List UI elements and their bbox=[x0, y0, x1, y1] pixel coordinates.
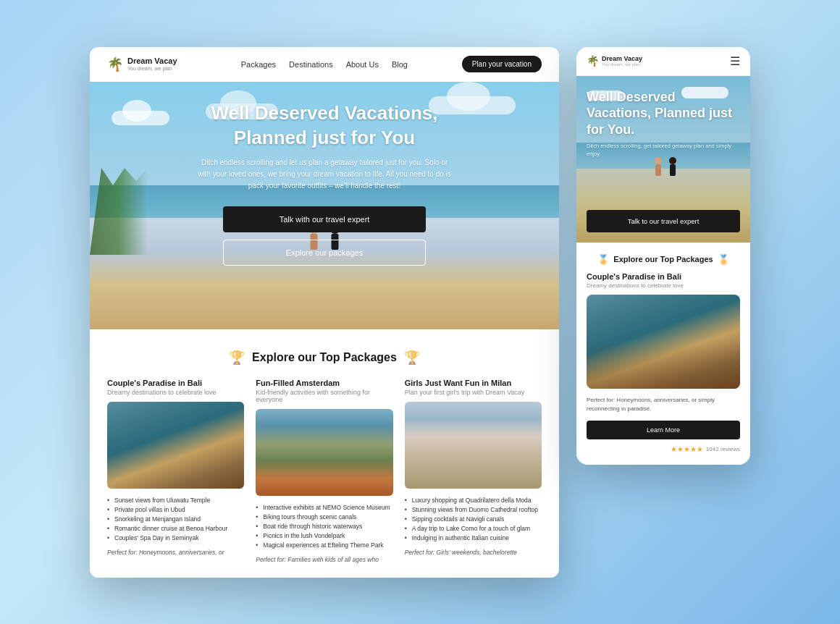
mobile-nav: 🌴 Dream Vacay You dream, we plan ☰ bbox=[576, 47, 750, 76]
laurel-left-icon: 🏆 bbox=[229, 350, 245, 366]
amsterdam-feature-2: Biking tours through scenic canals bbox=[256, 513, 392, 522]
nav-links: Packages Destinations About Us Blog bbox=[201, 60, 448, 69]
packages-section: 🏆 Explore our Top Packages 🏆 Couple's Pa… bbox=[90, 329, 559, 578]
nav-packages[interactable]: Packages bbox=[241, 60, 276, 69]
hero-title: Well Deserved Vacations, Planned just fo… bbox=[194, 101, 455, 151]
packages-grid: Couple's Paradise in Bali Dreamy destina… bbox=[107, 379, 542, 563]
packages-section-title: Explore our Top Packages bbox=[252, 351, 397, 364]
mobile-hero-subtitle: Ditch endless scrolling, get tailored ge… bbox=[587, 142, 740, 159]
talk-expert-button[interactable]: Talk with our travel expert bbox=[223, 206, 426, 232]
package-milan-desc: Plan your first girl's trip with Dream V… bbox=[405, 389, 542, 396]
package-amsterdam-footer: Perfect for: Families with kids of all a… bbox=[256, 556, 392, 563]
nav-destinations[interactable]: Destinations bbox=[289, 60, 333, 69]
package-bali-name: Couple's Paradise in Bali bbox=[107, 379, 244, 387]
logo-tagline: You dream, we plan bbox=[127, 66, 177, 72]
desktop-mockup: 🌴 Dream Vacay You dream, we plan Package… bbox=[90, 47, 559, 578]
package-bali-desc: Dreamy destinations to celebrate love bbox=[107, 389, 244, 396]
logo: 🌴 Dream Vacay You dream, we plan bbox=[107, 56, 187, 72]
milan-feature-2: Stunning views from Duomo Cathedral roof… bbox=[405, 505, 542, 515]
package-amsterdam-features: Interactive exhibits at NEMO Science Mus… bbox=[256, 503, 392, 550]
milan-feature-3: Sipping cocktails at Navigli canals bbox=[405, 515, 542, 524]
mobile-logo-tagline: You dream, we plan bbox=[602, 62, 642, 67]
milan-feature-5: Indulging in authentic Italian cuisine bbox=[405, 534, 542, 543]
rating-stars: ★★★★★ bbox=[671, 445, 703, 453]
reviews-count: 1042 reviews bbox=[706, 446, 740, 452]
amsterdam-feature-4: Picnics in the lush Vondelpark bbox=[256, 531, 392, 541]
mobile-figures bbox=[655, 157, 676, 176]
bali-feature-1: Sunset views from Uluwatu Temple bbox=[107, 496, 244, 505]
bali-feature-5: Couples' Spa Day in Seminyak bbox=[107, 534, 244, 543]
bali-feature-2: Private pool villas in Ubud bbox=[107, 505, 244, 515]
mobile-reviews: ★★★★★ 1042 reviews bbox=[587, 445, 740, 453]
mobile-laurel-right-icon: 🏅 bbox=[718, 254, 729, 265]
amsterdam-feature-1: Interactive exhibits at NEMO Science Mus… bbox=[256, 503, 392, 513]
package-bali: Couple's Paradise in Bali Dreamy destina… bbox=[107, 379, 244, 563]
package-amsterdam-name: Fun-Filled Amsterdam bbox=[256, 379, 392, 387]
amsterdam-feature-5: Magical experiences at Efteling Theme Pa… bbox=[256, 541, 392, 550]
package-milan-image bbox=[405, 402, 542, 489]
amsterdam-feature-3: Boat ride through historic waterways bbox=[256, 522, 392, 531]
bali-feature-3: Snorkeling at Menjangan Island bbox=[107, 515, 244, 524]
mobile-packages-header: 🏅 Explore our Top Packages 🏅 bbox=[587, 254, 740, 265]
bali-feature-4: Romantic dinner cruise at Benoa Harbour bbox=[107, 524, 244, 534]
nav-blog[interactable]: Blog bbox=[392, 60, 408, 69]
hero-section: Well Deserved Vacations, Planned just fo… bbox=[90, 82, 559, 329]
package-bali-image bbox=[107, 402, 244, 489]
packages-header: 🏆 Explore our Top Packages 🏆 bbox=[107, 350, 542, 366]
mobile-hero: Well Deserved Vacations, Planned just fo… bbox=[576, 76, 750, 243]
package-bali-footer: Perfect for: Honeymoons, anniversaries, … bbox=[107, 549, 244, 556]
hero-content: Well Deserved Vacations, Planned just fo… bbox=[151, 101, 498, 266]
milan-feature-4: A day trip to Lake Como for a touch of g… bbox=[405, 524, 542, 534]
palm-tree-icon: 🌴 bbox=[107, 56, 123, 72]
package-milan-footer: Perfect for: Girls' weekends, bacheloret… bbox=[405, 549, 542, 556]
package-amsterdam-image bbox=[256, 409, 392, 496]
mobile-packages-title: Explore our Top Packages bbox=[613, 255, 713, 263]
mobile-logo-title: Dream Vacay bbox=[602, 55, 642, 63]
mobile-packages-section: 🏅 Explore our Top Packages 🏅 Couple's Pa… bbox=[576, 243, 750, 465]
package-amsterdam-desc: Kid-friendly activities with something f… bbox=[256, 389, 392, 403]
logo-title: Dream Vacay bbox=[127, 56, 177, 66]
package-milan: Girls Just Want Fun in Milan Plan your f… bbox=[405, 379, 542, 563]
mobile-laurel-left-icon: 🏅 bbox=[597, 254, 609, 265]
mobile-hero-title: Well Deserved Vacations, Planned just fo… bbox=[587, 89, 740, 138]
mobile-package-image bbox=[587, 295, 740, 389]
hero-subtitle: Ditch endless scrolling and let us plan … bbox=[194, 157, 455, 192]
hamburger-menu-icon[interactable]: ☰ bbox=[730, 54, 740, 68]
mobile-learn-more-button[interactable]: Learn More bbox=[587, 421, 740, 439]
desktop-nav: 🌴 Dream Vacay You dream, we plan Package… bbox=[90, 47, 559, 82]
package-milan-name: Girls Just Want Fun in Milan bbox=[405, 379, 542, 387]
mobile-talk-expert-button[interactable]: Talk to our travel expert bbox=[587, 210, 740, 232]
mobile-package-body: Perfect for: Honeymoons, anniversaries, … bbox=[587, 396, 740, 413]
plan-vacation-button[interactable]: Plan your vacation bbox=[462, 56, 542, 72]
nav-about[interactable]: About Us bbox=[346, 60, 379, 69]
explore-packages-button[interactable]: Explore our packages bbox=[223, 240, 426, 266]
mobile-package-name: Couple's Paradise in Bali bbox=[587, 272, 740, 281]
package-bali-features: Sunset views from Uluwatu Temple Private… bbox=[107, 496, 244, 543]
mobile-logo: 🌴 Dream Vacay You dream, we plan bbox=[587, 55, 642, 67]
laurel-right-icon: 🏆 bbox=[404, 350, 420, 366]
mobile-hero-content: Well Deserved Vacations, Planned just fo… bbox=[587, 89, 740, 159]
mobile-palm-icon: 🌴 bbox=[587, 55, 599, 67]
mobile-mockup: 🌴 Dream Vacay You dream, we plan ☰ bbox=[576, 47, 750, 465]
milan-feature-1: Luxury shopping at Quadrilatero della Mo… bbox=[405, 496, 542, 505]
package-amsterdam: Fun-Filled Amsterdam Kid-friendly activi… bbox=[256, 379, 392, 563]
package-milan-features: Luxury shopping at Quadrilatero della Mo… bbox=[405, 496, 542, 543]
mobile-package-desc: Dreamy destinations to celebrate love bbox=[587, 282, 740, 289]
